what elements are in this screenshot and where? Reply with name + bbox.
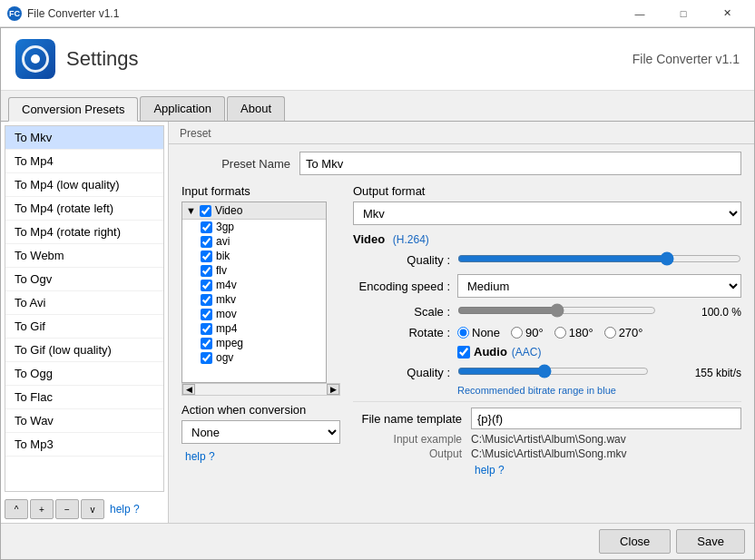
tabs-bar: Conversion Presets Application About [1,91,754,122]
sidebar-item-13[interactable]: To Mp3 [5,433,163,457]
quality-slider[interactable] [457,250,741,268]
rotate-none-radio[interactable] [457,327,469,339]
format-checkbox-mpeg[interactable] [201,338,212,349]
sidebar-item-0[interactable]: To Mkv [5,126,163,150]
sidebar-item-3[interactable]: To Mp4 (rotate left) [5,197,163,221]
scroll-right-btn[interactable]: ▶ [327,384,339,395]
format-checkbox-mov[interactable] [201,309,212,320]
audio-checkbox[interactable] [457,346,470,359]
output-format-label: Output format [353,184,741,198]
sidebar-help-link[interactable]: help ? [110,503,140,516]
two-column-area: Input formats ▼ Video 3gpavibikflvm4vmkv… [181,184,741,476]
template-input[interactable] [471,408,741,429]
sidebar-item-7[interactable]: To Avi [5,291,163,315]
scale-slider[interactable] [457,301,656,319]
video-all-checkbox[interactable] [200,205,211,217]
input-formats-title: Input formats [181,184,340,198]
rotate-270-radio[interactable] [604,327,616,339]
close-button[interactable]: Close [599,529,671,554]
footer: Close Save [1,523,754,559]
format-checkbox-flv[interactable] [201,265,212,277]
rotate-90-radio[interactable] [511,327,523,339]
move-up-button[interactable]: ^ [5,499,28,519]
preset-name-input[interactable] [299,152,741,175]
format-label-mp4: mp4 [216,322,237,335]
video-codec-label: (H.264) [393,233,429,246]
tab-conversion-presets[interactable]: Conversion Presets [8,97,138,122]
format-item-0: 3gp [182,220,326,234]
rotate-180-label: 180° [569,326,593,339]
sidebar-item-9[interactable]: To Gif (low quality) [5,339,163,362]
sidebar-list: To MkvTo Mp4To Mp4 (low quality)To Mp4 (… [5,125,164,492]
input-example-value: C:\Music\Artist\Album\Song.wav [471,433,626,446]
sidebar-item-11[interactable]: To Flac [5,386,163,409]
remove-button[interactable]: − [55,499,79,519]
right-panel: Preset Preset Name Input formats [169,122,754,523]
sidebar-item-4[interactable]: To Mp4 (rotate right) [5,221,163,244]
format-checkbox-bik[interactable] [201,251,212,262]
format-label-ogv: ogv [216,351,233,364]
add-button[interactable]: + [30,499,54,519]
format-checkbox-mp4[interactable] [201,323,212,335]
format-checkbox-mkv[interactable] [201,294,212,306]
sidebar-item-10[interactable]: To Ogg [5,362,163,386]
video-header-label: Video [215,204,242,217]
sidebar-item-5[interactable]: To Webm [5,244,163,268]
audio-quality-slider[interactable] [457,362,649,380]
save-button[interactable]: Save [676,529,745,554]
preset-form: Preset Name Input formats ▼ [169,144,754,476]
rotate-180-radio[interactable] [554,327,566,339]
rotate-none-label: None [472,326,500,339]
format-item-9: ogv [182,350,326,365]
action-help-link[interactable]: help ? [185,450,215,463]
rotate-row: Rotate : None 90° [353,326,741,339]
format-label-m4v: m4v [216,279,237,291]
sidebar-item-2[interactable]: To Mp4 (low quality) [5,173,163,197]
encoding-speed-row: Encoding speed : Ultrafast Superfast Fas… [353,274,741,298]
format-item-2: bik [182,249,326,263]
horizontal-scrollbar[interactable]: ◀ ▶ [181,383,340,396]
template-section: File name template Input example C:\Musi… [353,401,741,476]
formats-header[interactable]: ▼ Video [182,202,326,220]
encoding-speed-dropdown[interactable]: Ultrafast Superfast Fast Medium Slow Ver… [457,274,741,298]
sidebar-item-12[interactable]: To Wav [5,409,163,433]
preset-name-label: Preset Name [181,157,299,171]
rotate-270-option[interactable]: 270° [604,326,643,339]
action-label: Action when conversion [181,403,340,417]
output-format-dropdown[interactable]: Mkv Mp4 Avi Webm [353,201,741,225]
scale-label: Scale : [353,305,457,319]
sidebar-item-1[interactable]: To Mp4 [5,150,163,173]
rotate-90-option[interactable]: 90° [511,326,544,339]
scroll-left-btn[interactable]: ◀ [182,384,195,395]
action-dropdown[interactable]: None Open folder Open file [181,420,340,444]
tab-application[interactable]: Application [140,96,225,121]
template-help-link[interactable]: help ? [475,464,505,476]
format-checkbox-3gp[interactable] [201,221,212,233]
format-item-8: mpeg [182,336,326,350]
video-section-header: Video (H.264) [353,232,741,246]
maximize-button[interactable]: □ [662,0,704,27]
preset-label: Preset [169,122,754,144]
sidebar-item-8[interactable]: To Gif [5,315,163,339]
scale-slider-container [457,301,691,322]
close-button[interactable]: ✕ [706,0,748,27]
output-value: C:\Music\Artist\Album\Song.mkv [471,447,626,460]
input-example-row: Input example C:\Music\Artist\Album\Song… [353,433,741,446]
rotate-none-option[interactable]: None [457,326,500,339]
format-checkbox-ogv[interactable] [201,352,212,364]
format-checkbox-m4v[interactable] [201,280,212,291]
format-item-6: mov [182,307,326,321]
minimize-button[interactable]: — [619,0,661,27]
audio-quality-label: Quality : [353,366,457,379]
tab-about[interactable]: About [227,96,285,121]
audio-section: Audio (AAC) Quality : [353,345,741,396]
main-window: Settings File Converter v1.1 Conversion … [0,27,755,560]
sidebar-item-6[interactable]: To Ogv [5,268,163,291]
audio-header: Audio (AAC) [353,345,741,359]
input-example-label: Input example [353,433,471,446]
format-checkbox-avi[interactable] [201,236,212,248]
rotate-180-option[interactable]: 180° [554,326,593,339]
action-section: Action when conversion None Open folder … [181,403,340,444]
move-down-button[interactable]: v [81,499,104,519]
header-title: Settings [66,47,139,71]
